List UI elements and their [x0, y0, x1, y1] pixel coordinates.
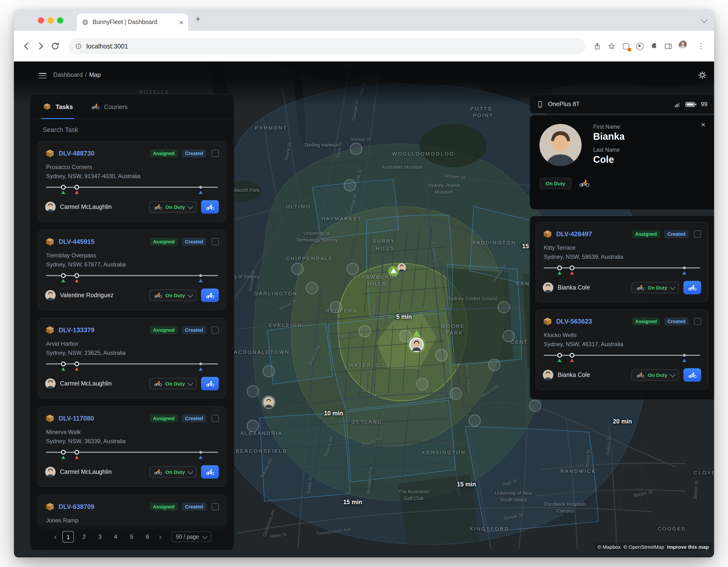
slider-handle[interactable] — [61, 184, 66, 189]
pagination-page-6[interactable]: 6 — [142, 531, 153, 543]
slider-handle[interactable] — [61, 361, 66, 366]
task-checkbox[interactable] — [212, 150, 219, 157]
close-icon[interactable]: × — [701, 121, 705, 129]
improve-map-link[interactable]: Improve this map — [667, 544, 709, 550]
task-checkbox[interactable] — [694, 230, 701, 238]
extension-icon-badged[interactable] — [622, 42, 630, 50]
assign-courier-button[interactable] — [201, 377, 219, 390]
assign-courier-button[interactable] — [201, 465, 219, 479]
slider-handle[interactable] — [199, 186, 202, 189]
task-id-link[interactable]: DLV-488730 — [59, 150, 95, 157]
slider-handle[interactable] — [569, 265, 574, 270]
task-checkbox[interactable] — [212, 238, 219, 245]
slider-handle[interactable] — [75, 273, 79, 278]
task-id-link[interactable]: DLV-428497 — [556, 230, 592, 238]
assign-courier-button[interactable] — [683, 281, 701, 294]
duty-select[interactable]: On Duty — [149, 201, 197, 213]
pagination-page-2[interactable]: 2 — [78, 531, 90, 543]
task-id-link[interactable]: DLV-563623 — [556, 318, 592, 325]
slider-handle[interactable] — [569, 353, 574, 358]
extensions-puzzle-icon[interactable] — [650, 42, 658, 50]
task-id-link[interactable]: DLV-638709 — [59, 503, 95, 510]
duty-select[interactable]: On Duty — [149, 378, 197, 389]
assign-courier-button[interactable] — [201, 289, 219, 302]
courier-avatar — [45, 467, 56, 477]
browser-tab[interactable]: BunnyFleet | Dashboard × — [77, 13, 188, 31]
tab-strip-chevron-icon[interactable] — [701, 17, 707, 23]
extension-circle-icon[interactable] — [636, 42, 644, 50]
slider-handle[interactable] — [199, 363, 202, 365]
slider-handle[interactable] — [75, 450, 79, 454]
pagination-page-3[interactable]: 3 — [94, 531, 106, 543]
slider-handle[interactable] — [199, 451, 202, 454]
side-panel-icon[interactable] — [664, 42, 672, 50]
pagination-prev[interactable]: ‹ — [53, 533, 58, 541]
task-id-link[interactable]: DLV-445915 — [59, 238, 95, 245]
courier-bike-icon — [206, 469, 214, 475]
duty-select[interactable]: On Duty — [149, 466, 197, 478]
slider-handle[interactable] — [199, 274, 202, 277]
task-timeline-slider[interactable] — [46, 270, 218, 285]
pagination-next[interactable]: › — [158, 533, 163, 541]
device-name: OnePlus 8T — [548, 101, 580, 107]
slider-handle[interactable] — [683, 266, 686, 269]
settings-gear-icon[interactable] — [698, 71, 706, 81]
task-timeline-slider[interactable] — [544, 350, 700, 365]
slider-handle[interactable] — [75, 361, 79, 366]
task-checkbox[interactable] — [212, 327, 219, 334]
task-checkbox[interactable] — [212, 503, 219, 510]
slider-handle[interactable] — [75, 184, 79, 189]
assign-courier-button[interactable] — [201, 200, 219, 214]
pagination-page-1[interactable]: 1 — [63, 531, 74, 543]
browser-profile-avatar[interactable] — [679, 40, 690, 52]
window-zoom-button[interactable] — [57, 17, 63, 24]
back-button[interactable] — [21, 40, 32, 52]
pagination-page-5[interactable]: 5 — [126, 531, 137, 543]
window-minimize-button[interactable] — [48, 17, 54, 24]
courier-bike-icon — [91, 103, 100, 110]
tab-close-icon[interactable]: × — [179, 18, 183, 26]
assign-courier-button[interactable] — [683, 368, 701, 382]
share-icon[interactable] — [593, 42, 601, 50]
slider-handle[interactable] — [557, 265, 562, 270]
pagination-page-4[interactable]: 4 — [110, 531, 122, 543]
forward-button[interactable] — [35, 40, 47, 52]
courier-avatar-marker[interactable] — [263, 396, 275, 409]
task-checkbox[interactable] — [694, 318, 701, 325]
task-timeline-slider[interactable] — [46, 359, 218, 373]
new-tab-button[interactable]: + — [195, 14, 201, 24]
task-address: Sydney, NSW, 67877, Australia — [46, 260, 219, 269]
duty-select[interactable]: On Duty — [631, 282, 679, 294]
status-badge-created: Created — [664, 230, 689, 238]
breadcrumb-section[interactable]: Dashboard — [53, 71, 83, 78]
task-id-link[interactable]: DLV-117080 — [59, 415, 94, 422]
menu-hamburger-icon[interactable] — [39, 73, 47, 78]
window-close-button[interactable] — [38, 17, 44, 24]
courier-name: Valentine Rodriguez — [60, 292, 113, 299]
slider-handle[interactable] — [683, 354, 686, 357]
duty-select[interactable]: On Duty — [149, 290, 197, 301]
task-timeline-slider[interactable] — [46, 447, 218, 461]
task-timeline-slider[interactable] — [544, 262, 700, 277]
task-checkbox[interactable] — [212, 415, 219, 422]
courier-bike-icon — [206, 381, 214, 387]
task-id-link[interactable]: DLV-133379 — [59, 327, 95, 334]
slider-handle[interactable] — [61, 450, 66, 454]
bookmark-star-icon[interactable] — [608, 42, 616, 50]
tab-couriers[interactable]: Couriers — [91, 95, 128, 119]
task-timeline-slider[interactable] — [46, 182, 218, 196]
reload-button[interactable] — [49, 40, 61, 52]
address-bar[interactable]: localhost:3001 — [69, 38, 585, 54]
slider-handle[interactable] — [61, 273, 66, 278]
site-info-icon[interactable] — [75, 42, 82, 50]
search-task-input[interactable] — [43, 123, 221, 136]
browser-menu-icon[interactable]: ⋮ — [696, 42, 705, 50]
osm-attribution-link[interactable]: © OpenStreetMap — [624, 544, 664, 550]
duty-label: On Duty — [165, 293, 185, 298]
courier-bike-icon — [636, 285, 644, 291]
tab-tasks[interactable]: Tasks — [43, 95, 73, 119]
slider-handle[interactable] — [557, 353, 562, 358]
page-size-select[interactable]: 50 / page — [171, 531, 211, 542]
mapbox-attribution-link[interactable]: © Mapbox — [598, 544, 621, 550]
duty-select[interactable]: On Duty — [631, 369, 679, 381]
